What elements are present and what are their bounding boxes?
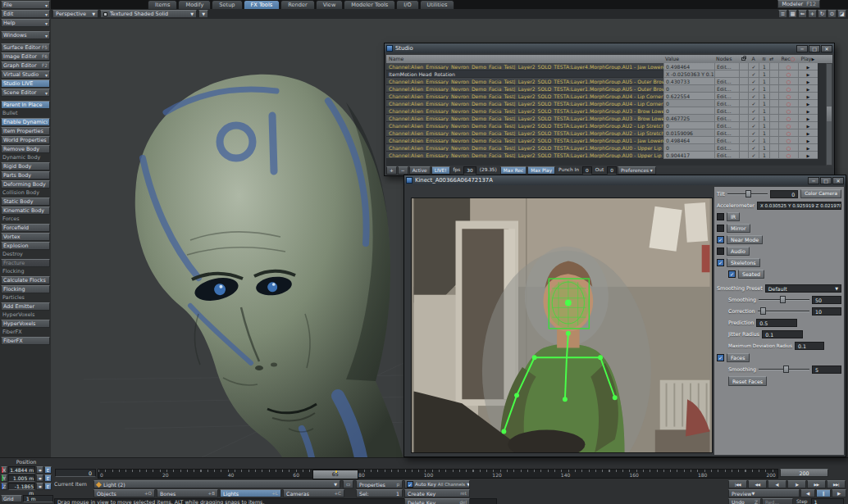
play-icon[interactable]	[798, 63, 818, 70]
play-icon[interactable]	[798, 93, 818, 100]
nodes-edit-button[interactable]: Edit...	[714, 152, 739, 159]
lock-cell[interactable]	[739, 107, 748, 115]
play-icon[interactable]	[798, 78, 818, 85]
active-checkbox[interactable]: ✓	[748, 122, 759, 129]
max-deviation-value[interactable]: 0.1	[795, 342, 824, 350]
active-checkbox[interactable]: ✓	[748, 115, 759, 122]
item-type-button[interactable]: Cameras +C	[283, 489, 344, 497]
record-icon[interactable]	[778, 85, 798, 93]
transport-button[interactable]: ▶▶|	[827, 480, 846, 488]
modeler-button[interactable]: Modeler F12	[777, 0, 820, 8]
axis-value[interactable]: -1.1865 m	[8, 483, 35, 490]
studio-footer-button[interactable]: 0	[607, 166, 617, 175]
windows-menu-button[interactable]: Windows	[1, 31, 50, 39]
maximize-button[interactable]: □	[820, 177, 832, 184]
delete-key-button[interactable]: Delete Key del	[404, 498, 470, 504]
faces-label[interactable]: Faces	[727, 353, 750, 362]
item-type-button[interactable]: Bones +B	[157, 489, 218, 497]
checkbox[interactable]	[717, 259, 724, 266]
minimize-button[interactable]: ─	[796, 45, 808, 52]
checkbox[interactable]	[717, 225, 724, 232]
tilt-slider[interactable]	[727, 193, 768, 195]
checkbox[interactable]	[717, 247, 724, 255]
studio-footer-button[interactable]: Max Play	[527, 166, 555, 175]
sidebar-item[interactable]: Forcefield	[1, 224, 50, 232]
preview-dropdown[interactable]: Preview ▼	[728, 489, 800, 497]
lock-cell[interactable]	[739, 63, 748, 70]
sidebar-item[interactable]: FiberFX	[1, 329, 50, 336]
active-checkbox[interactable]: ✓	[748, 100, 759, 107]
studio-footer-button[interactable]: Out	[593, 166, 607, 175]
transport-button[interactable]: ▶▶	[807, 480, 826, 488]
nodes-edit-button[interactable]: Edit...	[714, 85, 739, 93]
nodes-edit-button[interactable]: Edit...	[714, 78, 739, 85]
studio-footer-button[interactable]: 0	[582, 166, 592, 175]
start-frame-field[interactable]: 0	[55, 469, 96, 477]
play-icon[interactable]	[798, 152, 818, 159]
record-icon[interactable]	[778, 70, 798, 78]
record-icon[interactable]	[778, 152, 798, 159]
item-type-button[interactable]: Objects +O	[93, 489, 155, 497]
sidebar-item[interactable]: World Properties	[1, 136, 50, 144]
play-icon[interactable]	[798, 137, 818, 144]
top-tab[interactable]: Items	[148, 0, 177, 9]
record-icon[interactable]	[778, 137, 798, 144]
step-value[interactable]: 1	[811, 498, 844, 504]
active-checkbox[interactable]: ✓	[748, 85, 759, 93]
sidebar-item[interactable]: Collision Body	[1, 189, 50, 197]
sidebar-item[interactable]: Explosion	[1, 242, 50, 250]
nodes-edit-button[interactable]: Edit...	[714, 100, 739, 107]
view-mode-dropdown[interactable]: Perspective▼	[52, 10, 98, 18]
viewport-nav-icon[interactable]: ◪	[837, 10, 846, 18]
studio-footer-button[interactable]: Active	[409, 166, 431, 175]
sidebar-item[interactable]: Graph Editor F2	[1, 61, 50, 70]
sidebar-item[interactable]: Bullet	[1, 110, 50, 117]
nodes-edit-button[interactable]: Edit...	[714, 115, 739, 122]
sidebar-item[interactable]: Parent In Place	[1, 101, 50, 109]
studio-footer-button[interactable]: Max Rec	[500, 166, 527, 175]
play-icon[interactable]	[798, 144, 818, 152]
item-type-button[interactable]: Lights +L	[220, 489, 281, 497]
nodes-edit-button[interactable]: Edit...	[714, 129, 739, 137]
lock-cell[interactable]	[739, 85, 748, 93]
record-icon[interactable]	[778, 144, 798, 152]
studio-footer-button[interactable]: −	[398, 166, 408, 175]
play-icon[interactable]	[798, 107, 818, 115]
studio-titlebar[interactable]: Studio ─ □ ✕	[385, 43, 834, 53]
shading-mode-dropdown[interactable]: Textured Shaded Solid▼	[100, 10, 197, 18]
transport-button[interactable]: ◀|	[768, 480, 786, 488]
sidebar-item[interactable]: Image Editor F6	[1, 52, 50, 61]
prediction-value[interactable]: 0.5	[756, 319, 797, 327]
sidebar-item[interactable]: Surface Editor F5	[1, 43, 50, 52]
record-icon[interactable]	[778, 107, 798, 115]
sidebar-item[interactable]: Scene Editor	[1, 89, 50, 97]
play-control-button[interactable]: ▶	[832, 489, 846, 497]
close-button[interactable]: ✕	[821, 45, 832, 52]
axis-value[interactable]: 1.005 m	[8, 474, 35, 482]
reset-faces-button[interactable]: Reset Faces	[728, 376, 767, 386]
channel-row[interactable]: ItemMotion Head_Rotation X -0.0250363 Y …	[386, 70, 832, 78]
sidebar-item[interactable]: HyperVoxels	[1, 320, 50, 328]
studio-footer-button[interactable]: (29.35)	[477, 166, 499, 175]
checkbox[interactable]	[717, 236, 724, 243]
active-checkbox[interactable]: ✓	[748, 70, 759, 78]
sidebar-item[interactable]: HyperVoxels	[1, 311, 50, 319]
redo-button[interactable]: Red...	[762, 498, 793, 504]
timeline-scrubber[interactable]: 65	[312, 470, 358, 479]
envelope-button[interactable]: E	[44, 466, 52, 474]
smoothing-preset-dropdown[interactable]: Default▼	[765, 284, 841, 293]
keys-column-icon[interactable]: ≋	[759, 55, 769, 63]
transport-button[interactable]: |▶	[787, 480, 806, 488]
channel-row[interactable]: Channel:Alien_Emissary_Nevron_Demo_Facia…	[386, 152, 832, 159]
nodes-edit-button[interactable]: Edit...	[714, 107, 739, 115]
channel-row[interactable]: Channel:Alien_Emissary_Nevron_Demo_Facia…	[386, 93, 832, 100]
end-frame-field[interactable]: 200	[780, 469, 828, 477]
viewport-nav-icon[interactable]: ≡	[778, 10, 787, 18]
current-item-dropdown[interactable]: Light (2) ▼	[93, 480, 340, 488]
sidebar-item[interactable]	[1, 98, 50, 100]
spinner-icon[interactable]: ◀▶	[36, 466, 43, 474]
auto-key-toggle[interactable]: ✓ Auto Key All Channels ▼	[404, 480, 470, 488]
lock-cell[interactable]	[739, 137, 748, 144]
minimize-button[interactable]: ─	[808, 177, 819, 184]
face-smoothing-value[interactable]: 5	[812, 366, 841, 374]
